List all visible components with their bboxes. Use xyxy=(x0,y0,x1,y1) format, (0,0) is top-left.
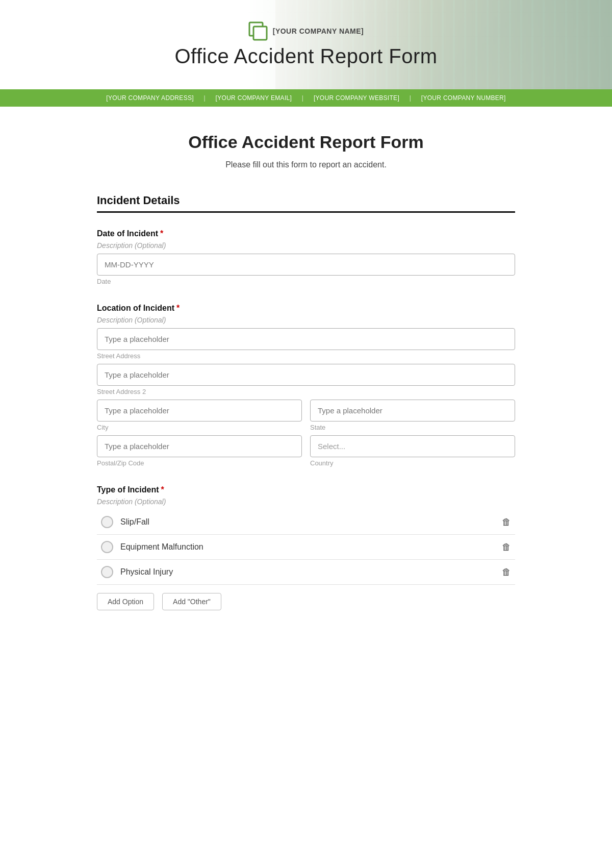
company-name-label: [YOUR COMPANY NAME] xyxy=(273,27,364,35)
date-field-label: Date of Incident * xyxy=(97,229,515,238)
zip-input[interactable] xyxy=(97,435,302,457)
location-required-star: * xyxy=(176,304,180,313)
radio-circle-physical-injury[interactable] xyxy=(101,566,113,578)
trash-icon-slip-fall[interactable]: 🗑 xyxy=(502,517,511,528)
city-input[interactable] xyxy=(97,400,302,421)
radio-circle-equipment-malfunction[interactable] xyxy=(101,541,113,553)
state-col: State xyxy=(310,400,515,431)
company-logo-icon xyxy=(248,21,268,41)
zip-col: Postal/Zip Code xyxy=(97,435,302,467)
company-email: [YOUR COMPANY EMAIL] xyxy=(216,94,292,102)
type-field-group: Type of Incident * Description (Optional… xyxy=(97,485,515,610)
type-field-label: Type of Incident * xyxy=(97,485,515,494)
zip-sublabel: Postal/Zip Code xyxy=(97,459,302,467)
form-title: Office Accident Report Form xyxy=(97,132,515,152)
date-field-group: Date of Incident * Description (Optional… xyxy=(97,229,515,285)
page-main-title: Office Accident Report Form xyxy=(174,45,437,68)
radio-circle-slip-fall[interactable] xyxy=(101,516,113,528)
add-option-button[interactable]: Add Option xyxy=(97,593,154,610)
country-col: Select... Country xyxy=(310,435,515,467)
date-required-star: * xyxy=(160,229,163,238)
street1-sublabel: Street Address xyxy=(97,352,515,360)
location-field-label: Location of Incident * xyxy=(97,304,515,313)
location-field-group: Location of Incident * Description (Opti… xyxy=(97,304,515,467)
page-header: [YOUR COMPANY NAME] Office Accident Repo… xyxy=(0,0,612,89)
date-description: Description (Optional) xyxy=(97,241,515,250)
location-description: Description (Optional) xyxy=(97,316,515,324)
company-address: [YOUR COMPANY ADDRESS] xyxy=(106,94,194,102)
state-input[interactable] xyxy=(310,400,515,421)
main-content: Office Accident Report Form Please fill … xyxy=(76,107,536,659)
street1-input[interactable] xyxy=(97,328,515,350)
company-number: [YOUR COMPANY NUMBER] xyxy=(421,94,506,102)
type-required-star: * xyxy=(161,485,164,494)
country-sublabel: Country xyxy=(310,459,515,467)
date-input[interactable] xyxy=(97,254,515,276)
street2-sublabel: Street Address 2 xyxy=(97,388,515,395)
company-logo-area: [YOUR COMPANY NAME] xyxy=(248,21,364,41)
state-sublabel: State xyxy=(310,424,515,431)
city-sublabel: City xyxy=(97,424,302,431)
type-description: Description (Optional) xyxy=(97,498,515,506)
add-other-button[interactable]: Add "Other" xyxy=(162,593,221,610)
section-incident-details: Incident Details xyxy=(97,194,515,213)
street2-input[interactable] xyxy=(97,364,515,386)
date-sublabel: Date xyxy=(97,278,515,285)
radio-label-physical-injury: Physical Injury xyxy=(120,567,173,577)
radio-option-physical-injury[interactable]: Physical Injury 🗑 xyxy=(97,560,515,585)
company-info-bar: [YOUR COMPANY ADDRESS] | [YOUR COMPANY E… xyxy=(0,89,612,107)
radio-option-slip-fall[interactable]: Slip/Fall 🗑 xyxy=(97,510,515,535)
country-select[interactable]: Select... xyxy=(310,435,515,457)
form-subtitle: Please fill out this form to report an a… xyxy=(97,160,515,169)
radio-label-equipment-malfunction: Equipment Malfunction xyxy=(120,542,203,552)
radio-label-slip-fall: Slip/Fall xyxy=(120,517,149,527)
company-website: [YOUR COMPANY WEBSITE] xyxy=(314,94,399,102)
add-buttons-row: Add Option Add "Other" xyxy=(97,593,515,610)
trash-icon-equipment-malfunction[interactable]: 🗑 xyxy=(502,542,511,553)
trash-icon-physical-injury[interactable]: 🗑 xyxy=(502,567,511,578)
city-col: City xyxy=(97,400,302,431)
radio-option-equipment-malfunction[interactable]: Equipment Malfunction 🗑 xyxy=(97,535,515,560)
svg-rect-1 xyxy=(253,27,267,40)
